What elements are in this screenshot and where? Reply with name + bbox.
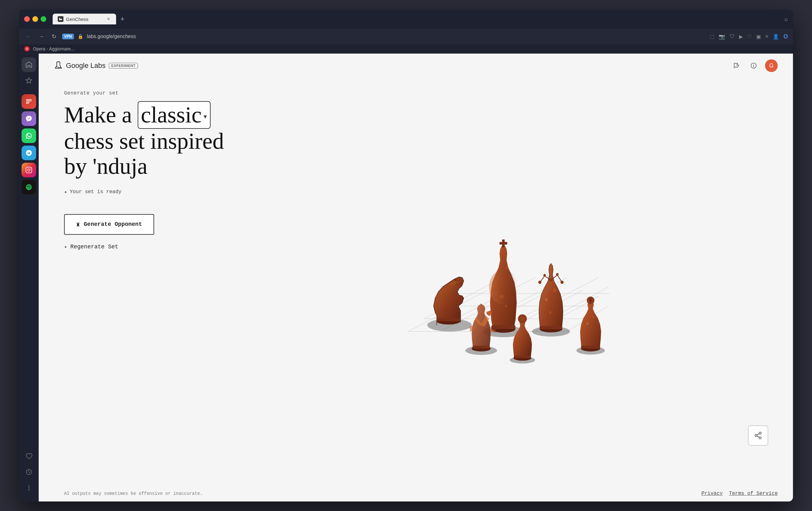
experiment-badge: EXPERIMENT <box>109 63 138 68</box>
generate-opponent-label: Generate Opponent <box>84 221 142 227</box>
generate-opponent-button[interactable]: ♜ Generate Opponent <box>64 214 154 235</box>
svg-point-69 <box>759 437 761 439</box>
svg-point-8 <box>28 489 29 490</box>
sidebar-app-messenger[interactable] <box>22 111 36 126</box>
title-bar: GenChess ✕ + ⌕ <box>19 9 793 29</box>
active-tab[interactable]: GenChess ✕ <box>53 13 116 24</box>
fullscreen-button[interactable] <box>40 16 46 22</box>
svg-point-11 <box>753 64 754 65</box>
shield-icon[interactable]: 🛡 <box>729 34 734 39</box>
content-area: Google Labs EXPERIMENT <box>39 54 793 502</box>
svg-rect-55 <box>473 346 490 349</box>
svg-point-68 <box>755 434 757 437</box>
sidebar-app-spotify[interactable] <box>22 180 36 194</box>
chess-left: Generate your set Make a classic▾ chess … <box>64 90 229 477</box>
svg-point-50 <box>549 311 552 314</box>
disclaimer-text: AI outputs may sometimes be offensive or… <box>64 491 203 496</box>
external-link-icon[interactable]: ⬚ <box>709 34 714 40</box>
privacy-link[interactable]: Privacy <box>701 491 723 496</box>
svg-point-29 <box>455 279 457 281</box>
svg-point-59 <box>592 316 594 318</box>
opera-icon[interactable]: O <box>783 33 788 40</box>
sidebar-item-starred[interactable] <box>22 73 36 88</box>
terms-of-service-link[interactable]: Terms of Service <box>729 491 778 496</box>
heading-line2: chess set inspired <box>64 129 224 154</box>
svg-point-35 <box>489 269 518 305</box>
google-labs-text: Google Labs <box>66 61 106 70</box>
traffic-lights <box>24 16 46 22</box>
genchess-header: Google Labs EXPERIMENT <box>39 54 793 78</box>
svg-rect-31 <box>437 318 461 321</box>
svg-point-38 <box>500 295 504 299</box>
dropdown-arrow-icon: ▾ <box>204 113 207 120</box>
sidebar-item-more[interactable] <box>22 481 36 495</box>
regenerate-sparkle-icon: ✦ <box>64 244 67 250</box>
svg-point-39 <box>505 305 507 307</box>
chess-footer: AI outputs may sometimes be offensive or… <box>39 487 793 502</box>
tab-close-button[interactable]: ✕ <box>106 17 111 22</box>
sidebar-item-history[interactable] <box>22 465 36 479</box>
svg-rect-66 <box>514 356 531 358</box>
camera-icon[interactable]: 📷 <box>719 34 725 40</box>
play-icon[interactable]: ▶ <box>739 34 743 40</box>
svg-point-37 <box>505 266 509 269</box>
forward-button[interactable]: → <box>37 32 46 41</box>
svg-point-43 <box>538 281 542 284</box>
sidebar-app-instagram[interactable] <box>22 163 36 177</box>
share-icon <box>754 431 762 439</box>
sidebar-app-instruments[interactable] <box>22 94 36 109</box>
chess-board-svg <box>393 198 614 370</box>
notification-text: Opera - Aggiornare... <box>33 46 75 51</box>
notification-bar: O Opera - Aggiornare... <box>19 45 793 54</box>
svg-point-7 <box>28 487 29 488</box>
info-button[interactable] <box>748 60 759 72</box>
svg-rect-41 <box>491 325 516 329</box>
svg-point-47 <box>556 273 558 276</box>
svg-line-71 <box>757 434 759 435</box>
chess-piece-icon: ♜ <box>76 221 80 228</box>
chess-content: Generate your set Make a classic▾ chess … <box>39 78 793 487</box>
sidebar-item-home[interactable] <box>22 57 36 72</box>
chess-right <box>229 90 778 477</box>
ready-text: Your set is ready <box>70 189 121 195</box>
chess-bishop-piece <box>576 296 605 354</box>
url-field[interactable]: labs.google/genchess <box>87 34 706 39</box>
svg-point-64 <box>520 316 525 321</box>
sidebar-item-heart[interactable] <box>22 449 36 463</box>
vpn-badge: VPN <box>62 34 74 39</box>
address-bar-actions: ⬚ 📷 🛡 ▶ ♡ ▣ ≡ 👤 O <box>709 33 788 40</box>
svg-point-67 <box>759 432 761 434</box>
close-button[interactable] <box>24 16 30 22</box>
menu-icon[interactable]: ≡ <box>765 34 768 39</box>
back-button[interactable]: ← <box>24 32 33 41</box>
opera-logo: O <box>24 46 30 52</box>
heart-icon[interactable]: ♡ <box>747 34 752 40</box>
heading-prefix: Make a <box>64 102 132 127</box>
sidebar-app-whatsapp[interactable] <box>22 129 36 143</box>
lock-icon: 🔒 <box>78 34 83 39</box>
new-tab-button[interactable]: + <box>117 14 127 24</box>
generate-label: Generate your set <box>64 90 229 96</box>
tabs-icon[interactable]: ▣ <box>756 34 761 40</box>
svg-rect-1 <box>26 167 32 173</box>
style-dropdown[interactable]: classic▾ <box>138 101 211 129</box>
flask-icon <box>54 61 63 70</box>
svg-point-48 <box>545 298 548 301</box>
browser-search-icon[interactable]: ⌕ <box>784 16 788 23</box>
title-bar-right: ⌕ <box>784 16 788 23</box>
reload-button[interactable]: ↻ <box>50 32 58 41</box>
minimize-button[interactable] <box>32 16 38 22</box>
chess-board-visual <box>393 198 614 370</box>
user-avatar[interactable]: G <box>765 59 778 72</box>
main-layout: Google Labs EXPERIMENT <box>19 54 793 502</box>
user-icon[interactable]: 👤 <box>773 34 779 40</box>
share-button[interactable] <box>748 425 768 446</box>
sidebar-app-telegram[interactable] <box>22 146 36 160</box>
left-sidebar <box>19 54 39 502</box>
browser-window: GenChess ✕ + ⌕ ← → ↻ VPN 🔒 labs.google/g… <box>19 9 793 502</box>
address-bar: ← → ↻ VPN 🔒 labs.google/genchess ⬚ 📷 🛡 ▶… <box>19 29 793 45</box>
flag-button[interactable] <box>731 60 742 72</box>
svg-point-45 <box>560 281 563 284</box>
regenerate-button[interactable]: ✦ Regenerate Set <box>64 241 118 253</box>
svg-point-3 <box>30 168 31 169</box>
